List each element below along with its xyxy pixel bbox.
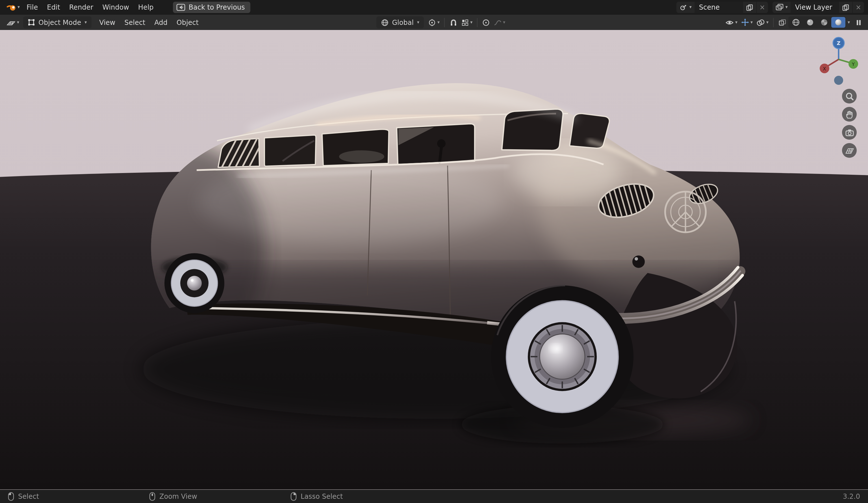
mouse-left-icon — [8, 492, 14, 501]
chevron-down-icon: ▾ — [751, 20, 753, 24]
viewport-3d[interactable]: Z X Y — [0, 30, 868, 490]
scene-browse-icon — [679, 3, 688, 11]
overlays-dropdown[interactable]: ▾ — [754, 17, 770, 28]
mode-label: Object Mode — [39, 18, 81, 26]
back-arrow-icon — [176, 3, 185, 11]
pause-icon — [856, 19, 862, 26]
menu-select[interactable]: Select — [120, 17, 150, 28]
view-layer-widget: ▾ View Layer × — [773, 2, 864, 13]
gizmo-z-label: Z — [837, 40, 840, 46]
snap-icon — [461, 18, 469, 26]
menu-help[interactable]: Help — [134, 2, 158, 13]
nav-gizmo[interactable]: Z X Y — [816, 36, 861, 88]
chevron-down-icon: ▾ — [470, 20, 473, 24]
proportional-edit-toggle[interactable] — [480, 17, 492, 28]
topbar-id-blocks: ▾ Scene × — [676, 2, 864, 13]
scene-widget: ▾ Scene × — [676, 2, 768, 13]
hint-select: Select — [8, 492, 149, 501]
xray-icon — [778, 18, 787, 26]
zoom-button[interactable] — [842, 89, 857, 103]
blender-menu-button[interactable]: ▾ — [4, 2, 22, 13]
menu-object[interactable]: Object — [172, 17, 203, 28]
grid-ortho-icon — [845, 146, 854, 155]
camera-icon — [845, 128, 854, 137]
shading-solid-button[interactable] — [803, 17, 817, 28]
back-to-previous-button[interactable]: Back to Previous — [173, 2, 251, 13]
shading-rendered-button[interactable] — [831, 17, 845, 28]
copy-icon — [842, 4, 849, 11]
shading-material-button[interactable] — [817, 17, 831, 28]
editor-type-icon — [6, 18, 16, 27]
editor-type-button[interactable]: ▾ — [4, 17, 21, 28]
scene-browse-button[interactable]: ▾ — [676, 2, 694, 13]
hint-zoom: Zoom View — [149, 492, 290, 501]
scene-name-field[interactable]: Scene — [694, 2, 743, 13]
globe-icon — [381, 18, 389, 26]
magnet-icon — [449, 18, 458, 27]
hand-icon — [845, 109, 854, 119]
hint-zoom-label: Zoom View — [159, 492, 197, 500]
menu-add[interactable]: Add — [150, 17, 172, 28]
status-bar: Select Zoom View Lasso Select 3.2.0 — [0, 490, 868, 503]
close-icon: × — [856, 3, 861, 11]
chevron-down-icon: ▾ — [785, 5, 788, 10]
hint-lasso: Lasso Select — [290, 492, 343, 501]
chevron-down-icon: ▾ — [437, 20, 440, 24]
menu-window[interactable]: Window — [98, 2, 134, 13]
viewport-nav-buttons — [842, 89, 857, 158]
blender-logo-icon — [6, 3, 17, 12]
view-layer-remove-button[interactable]: × — [852, 2, 864, 13]
shading-wireframe-button[interactable] — [789, 17, 803, 28]
menu-view[interactable]: View — [95, 17, 120, 28]
mode-dropdown[interactable]: Object Mode ▾ — [23, 17, 91, 28]
gizmo-y-label: Y — [851, 62, 855, 67]
gizmo-x-label: X — [823, 66, 826, 71]
scene-new-button[interactable] — [743, 2, 756, 13]
snap-toggle-button[interactable] — [447, 17, 459, 28]
chevron-down-icon: ▾ — [417, 20, 419, 24]
chevron-down-icon: ▾ — [690, 5, 692, 10]
menu-edit[interactable]: Edit — [42, 2, 65, 13]
hint-lasso-label: Lasso Select — [301, 492, 343, 500]
viewport-canvas[interactable] — [0, 30, 868, 490]
view-layer-name-field[interactable]: View Layer — [790, 2, 839, 13]
menu-file[interactable]: File — [22, 2, 42, 13]
transform-orientation-dropdown[interactable]: Global ▾ — [376, 17, 424, 28]
scene-unlink-button[interactable]: × — [756, 2, 768, 13]
chevron-down-icon: ▾ — [18, 5, 20, 10]
chevron-down-icon: ▾ — [735, 20, 737, 24]
menu-render[interactable]: Render — [65, 2, 98, 13]
view-layer-icon — [775, 3, 784, 11]
mouse-middle-icon — [149, 492, 155, 501]
view-layer-browse-button[interactable]: ▾ — [773, 2, 790, 13]
proportional-icon — [482, 18, 490, 26]
chevron-down-icon: ▾ — [503, 20, 505, 24]
pause-render-button[interactable] — [854, 17, 864, 28]
car-front-wheel — [491, 285, 633, 428]
visibility-dropdown[interactable]: ▾ — [723, 17, 739, 28]
falloff-curve-icon — [493, 18, 502, 26]
copy-icon — [746, 4, 753, 11]
proportional-falloff-dropdown[interactable]: ▾ — [492, 17, 507, 28]
viewport-header: ▾ Object Mode ▾ View Select Add Object — [0, 15, 868, 30]
overlays-icon — [756, 18, 765, 26]
pan-button[interactable] — [842, 107, 857, 122]
camera-view-button[interactable] — [842, 125, 857, 140]
mouse-right-icon — [290, 492, 297, 501]
back-button-label: Back to Previous — [189, 3, 245, 11]
snap-settings-dropdown[interactable]: ▾ — [459, 17, 474, 28]
pivot-point-dropdown[interactable]: ▾ — [426, 17, 441, 28]
perspective-toggle-button[interactable] — [842, 143, 857, 158]
hint-select-label: Select — [18, 492, 39, 500]
view-layer-new-button[interactable] — [839, 2, 852, 13]
shading-dropdown[interactable]: ▾ — [846, 17, 851, 28]
blender-window: ▾ File Edit Render Window Help Back to P… — [0, 0, 868, 503]
gizmo-neg-z-axis[interactable] — [834, 76, 843, 85]
close-icon: × — [760, 3, 765, 11]
chevron-down-icon: ▾ — [766, 20, 768, 24]
magnifier-icon — [845, 91, 854, 101]
blender-version: 3.2.0 — [843, 492, 860, 500]
xray-toggle-button[interactable] — [776, 17, 788, 28]
chevron-down-icon: ▾ — [84, 20, 87, 24]
gizmos-dropdown[interactable]: ▾ — [739, 17, 754, 28]
